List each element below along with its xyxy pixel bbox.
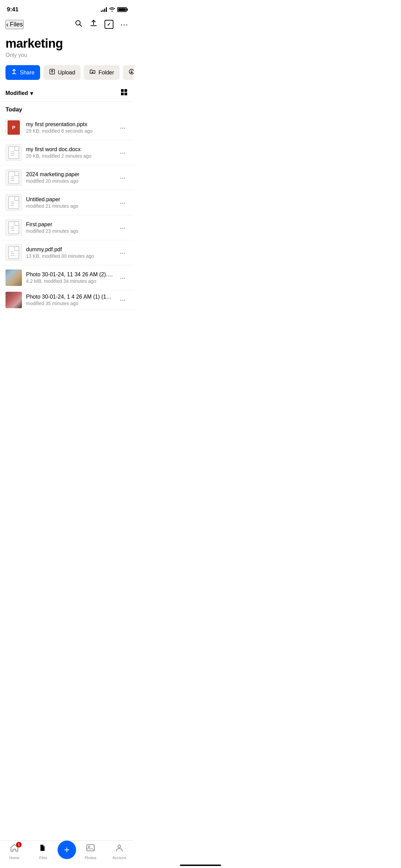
file-meta: modified 23 minutes ago xyxy=(26,228,113,234)
file-info: my first word doc.docx 20 KB, modified 2… xyxy=(26,146,113,159)
file-more-button[interactable]: ··· xyxy=(117,272,128,283)
search-icon xyxy=(74,19,83,27)
status-time: 9:41 xyxy=(7,6,19,13)
svg-rect-13 xyxy=(124,89,127,92)
grid-view-button[interactable] xyxy=(120,88,128,98)
file-more-button[interactable]: ··· xyxy=(117,222,128,233)
file-info: my first presentation.pptx 29 KB, modifi… xyxy=(26,121,113,134)
folder-label: Folder xyxy=(98,70,114,76)
folder-icon xyxy=(89,69,96,76)
file-name: my first word doc.docx xyxy=(26,146,113,153)
svg-line-1 xyxy=(80,25,82,27)
file-more-button[interactable]: ··· xyxy=(117,147,128,158)
signal-icon xyxy=(101,7,107,12)
share-label: Share xyxy=(20,70,35,76)
section-title-today: Today xyxy=(5,106,22,113)
upload-action-button[interactable]: Upload xyxy=(44,65,81,80)
file-thumbnail-paper3 xyxy=(5,219,22,236)
file-meta: modified 35 minutes ago xyxy=(26,301,113,306)
more-button[interactable]: ··· xyxy=(120,20,128,29)
file-name: my first presentation.pptx xyxy=(26,121,113,128)
svg-rect-2 xyxy=(90,25,97,26)
list-item[interactable]: Photo 30-01-24, 1 4 26 AM (1) (1).png mo… xyxy=(0,290,134,310)
file-meta: 13 KB, modified 30 minutes ago xyxy=(26,253,113,259)
upload-action-icon xyxy=(49,69,55,76)
file-name: Photo 30-01-24, 11 34 26 AM (2).png xyxy=(26,272,113,278)
svg-rect-12 xyxy=(121,89,124,92)
share-icon xyxy=(11,69,17,76)
select-button[interactable]: ✓ xyxy=(105,20,113,29)
file-thumbnail-doc xyxy=(5,144,22,161)
upload-icon xyxy=(89,19,98,27)
file-name: 2024 marketing.paper xyxy=(26,171,113,178)
file-info: First.paper modified 23 minutes ago xyxy=(26,221,113,234)
file-name: Photo 30-01-24, 1 4 26 AM (1) (1).png xyxy=(26,294,113,300)
new-folder-button[interactable]: Folder xyxy=(84,65,119,80)
file-meta: modified 21 minutes ago xyxy=(26,203,113,209)
status-bar: 9:41 xyxy=(0,0,134,16)
nav-header: ‹ Files ✓ ··· xyxy=(0,16,134,32)
more-dots-icon: ··· xyxy=(120,224,126,232)
battery-icon xyxy=(117,7,127,12)
list-item[interactable]: P my first presentation.pptx 29 KB, modi… xyxy=(0,115,134,140)
page-subtitle: Only you xyxy=(5,52,128,58)
wifi-icon xyxy=(109,7,115,13)
status-icons xyxy=(101,7,127,13)
sort-label-text: Modified xyxy=(5,90,28,96)
file-name: First.paper xyxy=(26,221,113,228)
offline-icon xyxy=(129,69,134,76)
action-buttons: Share Upload Folder xyxy=(0,60,134,84)
file-more-button[interactable]: ··· xyxy=(117,294,128,305)
list-item[interactable]: Photo 30-01-24, 11 34 26 AM (2).png 4.2 … xyxy=(0,265,134,290)
page-title: marketing xyxy=(5,36,128,51)
list-item[interactable]: 2024 marketing.paper modified 20 minutes… xyxy=(0,165,134,190)
file-thumbnail-photo2 xyxy=(5,292,22,308)
file-more-button[interactable]: ··· xyxy=(117,197,128,208)
file-thumbnail-photo1 xyxy=(5,269,22,286)
more-dots-icon: ··· xyxy=(120,149,126,157)
file-more-button[interactable]: ··· xyxy=(117,122,128,133)
upload-button[interactable] xyxy=(89,19,98,29)
file-name: Untitled.paper xyxy=(26,196,113,203)
more-dots-icon: ··· xyxy=(120,174,126,182)
svg-rect-14 xyxy=(121,93,124,95)
grid-icon xyxy=(120,88,128,96)
section-header-today: Today xyxy=(0,101,134,115)
list-item[interactable]: dummy.pdf.pdf 13 KB, modified 30 minutes… xyxy=(0,240,134,265)
file-thumbnail-pptx: P xyxy=(5,119,22,136)
offline-button[interactable]: Offline xyxy=(123,65,134,80)
more-dots-icon: ··· xyxy=(120,124,126,132)
file-info: Photo 30-01-24, 1 4 26 AM (1) (1).png mo… xyxy=(26,294,113,306)
back-chevron-icon: ‹ xyxy=(6,21,9,28)
more-dots-icon: ··· xyxy=(120,249,126,257)
file-info: Untitled.paper modified 21 minutes ago xyxy=(26,196,113,209)
more-dots-icon: ··· xyxy=(120,274,126,282)
file-thumbnail-pdf xyxy=(5,244,22,261)
list-item[interactable]: my first word doc.docx 20 KB, modified 2… xyxy=(0,140,134,165)
file-meta: 29 KB, modified 6 seconds ago xyxy=(26,128,113,134)
file-info: 2024 marketing.paper modified 20 minutes… xyxy=(26,171,113,184)
file-meta: 4.2 MB, modified 34 minutes ago xyxy=(26,278,113,284)
share-button[interactable]: Share xyxy=(5,65,40,80)
list-item[interactable]: First.paper modified 23 minutes ago ··· xyxy=(0,215,134,240)
file-more-button[interactable]: ··· xyxy=(117,247,128,258)
page-title-section: marketing Only you xyxy=(0,32,134,60)
list-item[interactable]: Untitled.paper modified 21 minutes ago ·… xyxy=(0,190,134,215)
sort-button[interactable]: Modified ▾ xyxy=(5,90,33,97)
file-list: Today P my first presentation.pptx 29 KB… xyxy=(0,101,134,310)
more-dots-icon: ··· xyxy=(120,296,126,304)
sort-bar: Modified ▾ xyxy=(0,84,134,101)
file-thumbnail-paper xyxy=(5,169,22,186)
file-info: Photo 30-01-24, 11 34 26 AM (2).png 4.2 … xyxy=(26,272,113,284)
file-more-button[interactable]: ··· xyxy=(117,172,128,183)
more-dots-icon: ··· xyxy=(120,199,126,207)
search-button[interactable] xyxy=(74,19,83,29)
file-name: dummy.pdf.pdf xyxy=(26,246,113,253)
back-button[interactable]: ‹ Files xyxy=(5,20,24,29)
file-meta: 20 KB, modified 2 minutes ago xyxy=(26,153,113,159)
file-info: dummy.pdf.pdf 13 KB, modified 30 minutes… xyxy=(26,246,113,259)
check-icon: ✓ xyxy=(107,22,111,27)
file-thumbnail-paper2 xyxy=(5,194,22,211)
sort-chevron-icon: ▾ xyxy=(30,90,33,97)
svg-rect-15 xyxy=(124,93,127,95)
